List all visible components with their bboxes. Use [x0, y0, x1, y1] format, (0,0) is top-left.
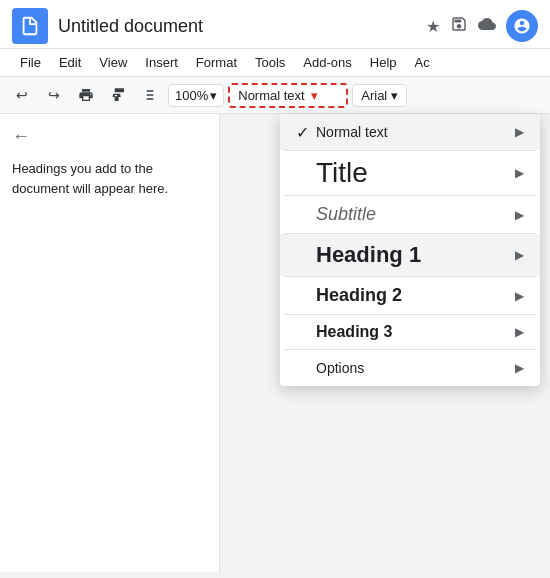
format-style-dropdown-menu: ✓ Normal text ▶ Title ▶ Subtitle ▶: [280, 114, 540, 386]
paint-format-button[interactable]: [104, 81, 132, 109]
heading1-label: Heading 1: [316, 234, 515, 276]
menu-insert[interactable]: Insert: [137, 51, 186, 74]
toolbar: ↩ ↪ 100% ▾ Normal text ▾ Arial ▾: [0, 77, 550, 114]
options-label: Options: [316, 350, 515, 386]
format-chevron: ▾: [311, 88, 318, 103]
zoom-selector[interactable]: 100% ▾: [168, 84, 224, 107]
dropdown-item-normal-text[interactable]: ✓ Normal text ▶: [280, 114, 540, 150]
submenu-chevron: ▶: [515, 248, 524, 262]
main-content: ← Headings you add to the document will …: [0, 114, 550, 572]
menu-ac[interactable]: Ac: [407, 51, 438, 74]
cursor-button[interactable]: [136, 81, 164, 109]
title-section: Untitled document: [58, 16, 416, 37]
sidebar-back-button[interactable]: ←: [12, 126, 207, 147]
title-icons: ★: [426, 10, 538, 42]
dropdown-item-heading2[interactable]: Heading 2 ▶: [280, 277, 540, 314]
format-style-dropdown[interactable]: Normal text ▾: [228, 83, 348, 108]
menu-help[interactable]: Help: [362, 51, 405, 74]
menu-file[interactable]: File: [12, 51, 49, 74]
dropdown-item-options[interactable]: Options ▶: [280, 350, 540, 386]
menu-format[interactable]: Format: [188, 51, 245, 74]
heading3-label: Heading 3: [316, 315, 515, 349]
save-icon[interactable]: [450, 15, 468, 37]
submenu-chevron: ▶: [515, 325, 524, 339]
dropdown-item-heading3[interactable]: Heading 3 ▶: [280, 315, 540, 349]
font-family-dropdown[interactable]: Arial ▾: [352, 84, 407, 107]
format-label: Normal text: [238, 88, 304, 103]
doc-icon: [12, 8, 48, 44]
user-avatar[interactable]: [506, 10, 538, 42]
menu-view[interactable]: View: [91, 51, 135, 74]
zoom-chevron: ▾: [210, 88, 217, 103]
zoom-value: 100%: [175, 88, 208, 103]
print-button[interactable]: [72, 81, 100, 109]
submenu-chevron: ▶: [515, 125, 524, 139]
menu-edit[interactable]: Edit: [51, 51, 89, 74]
subtitle-label: Subtitle: [316, 196, 515, 233]
menu-tools[interactable]: Tools: [247, 51, 293, 74]
submenu-chevron: ▶: [515, 208, 524, 222]
heading2-label: Heading 2: [316, 277, 515, 314]
title-bar: Untitled document ★: [0, 0, 550, 49]
redo-button[interactable]: ↪: [40, 81, 68, 109]
cloud-icon[interactable]: [478, 15, 496, 37]
checkmark-icon: ✓: [296, 123, 316, 142]
document-area: ✓ Normal text ▶ Title ▶ Subtitle ▶: [220, 114, 550, 572]
submenu-chevron: ▶: [515, 361, 524, 375]
dropdown-item-heading1[interactable]: Heading 1 ▶: [280, 234, 540, 276]
menu-bar: File Edit View Insert Format Tools Add-o…: [0, 49, 550, 77]
undo-button[interactable]: ↩: [8, 81, 36, 109]
doc-title[interactable]: Untitled document: [58, 16, 203, 36]
font-chevron: ▾: [391, 88, 398, 103]
sidebar-placeholder-text: Headings you add to the document will ap…: [12, 159, 207, 198]
title-label: Title: [316, 151, 515, 195]
menu-addons[interactable]: Add-ons: [295, 51, 359, 74]
dropdown-item-subtitle[interactable]: Subtitle ▶: [280, 196, 540, 233]
submenu-chevron: ▶: [515, 289, 524, 303]
star-icon[interactable]: ★: [426, 17, 440, 36]
document-outline-sidebar: ← Headings you add to the document will …: [0, 114, 220, 572]
normal-text-label: Normal text: [316, 114, 515, 150]
font-label: Arial: [361, 88, 387, 103]
dropdown-item-title[interactable]: Title ▶: [280, 151, 540, 195]
submenu-chevron: ▶: [515, 166, 524, 180]
